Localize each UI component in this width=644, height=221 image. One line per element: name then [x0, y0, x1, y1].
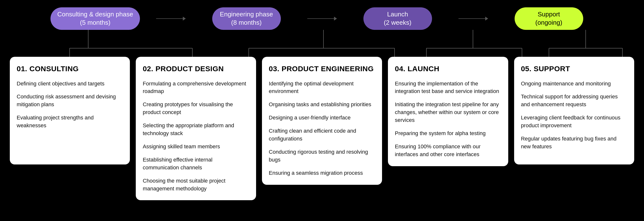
card-item: Formulating a comprehensive development … — [142, 80, 249, 95]
card-item: Conducting risk assessment and devising … — [17, 93, 123, 108]
card-title-text: PRODUCT DESIGN — [155, 65, 224, 73]
card-item: Organising tasks and establishing priori… — [269, 101, 375, 108]
phase-pill-support: Support (ongoing) — [514, 7, 583, 30]
phase-label: Engineering phase — [220, 10, 273, 18]
card-item: Assigning skilled team members — [142, 143, 249, 151]
card-item: Creating prototypes for visualising the … — [142, 101, 249, 116]
phase-engineering: Engineering phase (8 months) — [186, 7, 307, 30]
card-number: 05. — [521, 65, 532, 73]
card-number: 03. — [269, 65, 279, 73]
card-consulting: 01. CONSULTING Defining client objective… — [10, 57, 130, 165]
phases-row: Consulting & design phase (5 months) Eng… — [10, 7, 634, 30]
card-item: Ongoing maintenance and monitoring — [521, 80, 627, 88]
card-item: Establishing effective internal communic… — [142, 156, 249, 172]
card-number: 02. — [142, 65, 153, 73]
card-launch: 04. LAUNCH Ensuring the implementation o… — [388, 57, 508, 166]
card-number: 04. — [395, 65, 405, 73]
phase-pill-consulting-design: Consulting & design phase (5 months) — [50, 7, 140, 30]
card-item: Designing a user-friendly interface — [269, 114, 375, 122]
card-consulting-title: 01. CONSULTING — [17, 65, 123, 73]
phase-label: Consulting & design phase — [57, 10, 133, 18]
card-item: Choosing the most suitable project manag… — [142, 177, 249, 193]
card-product-design-title: 02. PRODUCT DESIGN — [142, 65, 249, 73]
card-title-text: SUPPORT — [534, 65, 570, 73]
arrow-1 — [156, 18, 186, 19]
phase-sublabel: (2 weeks) — [384, 19, 412, 26]
card-item: Defining client objectives and targets — [17, 80, 123, 88]
card-item: Ensuring the implementation of the integ… — [395, 80, 501, 95]
phase-sublabel: (8 months) — [231, 19, 262, 26]
arrow-2 — [307, 18, 337, 19]
phase-pill-launch: Launch (2 weeks) — [364, 7, 432, 30]
card-support: 05. SUPPORT Ongoing maintenance and moni… — [514, 57, 634, 165]
card-item: Selecting the appropriate platform and t… — [142, 122, 249, 137]
card-item: Conducting rigorous testing and resolvin… — [269, 148, 375, 164]
phase-launch: Launch (2 weeks) — [337, 7, 458, 30]
card-product-design: 02. PRODUCT DESIGN Formulating a compreh… — [136, 57, 256, 201]
card-item: Ensuring 100% compliance with our interf… — [395, 143, 501, 158]
card-launch-title: 04. LAUNCH — [395, 65, 501, 73]
phase-support: Support (ongoing) — [488, 7, 610, 30]
card-item: Crafting clean and efficient code and co… — [269, 127, 375, 143]
phase-label: Launch — [387, 10, 408, 18]
card-item: Leveraging client feedback for continuou… — [521, 114, 627, 129]
card-title-text: PRODUCT ENGINEERING — [282, 65, 374, 73]
phase-pill-engineering: Engineering phase (8 months) — [212, 7, 281, 30]
card-item: Ensuring a seamless migration process — [269, 169, 375, 177]
card-item: Technical support for addressing queries… — [521, 93, 627, 108]
card-item: Regular updates featuring bug fixes and … — [521, 135, 627, 151]
card-product-engineering: 03. PRODUCT ENGINEERING Identifying the … — [262, 57, 382, 185]
cards-row: 01. CONSULTING Defining client objective… — [10, 57, 634, 216]
phase-label: Support — [538, 10, 560, 18]
card-item: Preparing the system for alpha testing — [395, 129, 501, 137]
card-item: Identifying the optimal development envi… — [269, 80, 375, 95]
phase-consulting-design: Consulting & design phase (5 months) — [34, 7, 156, 30]
card-item: Evaluating project strengths and weaknes… — [17, 114, 123, 129]
arrow-3 — [458, 18, 488, 19]
connector-lines — [10, 30, 634, 57]
phase-sublabel: (5 months) — [80, 19, 110, 26]
card-item: Initiating the integration test pipeline… — [395, 101, 501, 124]
card-number: 01. — [17, 65, 27, 73]
card-title-text: LAUNCH — [408, 65, 440, 73]
card-product-engineering-title: 03. PRODUCT ENGINEERING — [269, 65, 375, 73]
card-title-text: CONSULTING — [30, 65, 79, 73]
card-support-title: 05. SUPPORT — [521, 65, 627, 73]
phase-sublabel: (ongoing) — [536, 19, 562, 26]
